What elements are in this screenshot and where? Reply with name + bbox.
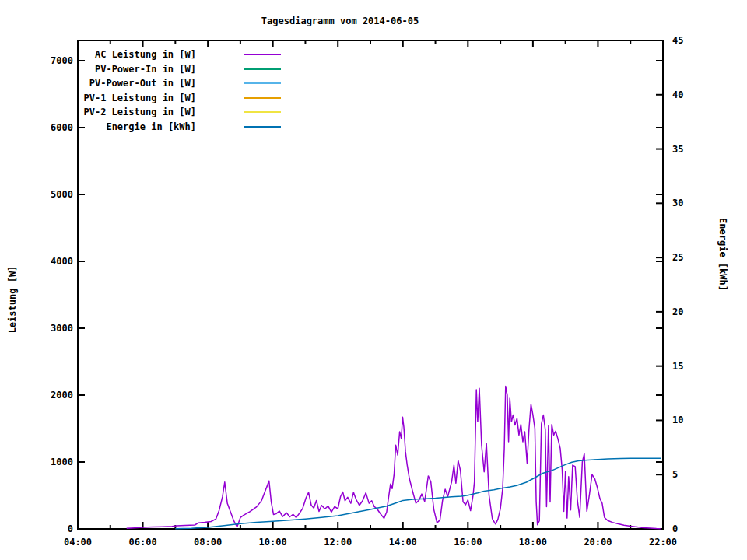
chart-title: Tagesdiagramm vom 2014-06-05 [261, 16, 419, 26]
legend-color-line [244, 68, 281, 70]
legend-color-line [244, 111, 281, 113]
y2-tick-label: 15 [672, 360, 710, 373]
legend-item-label: PV-Power-In in [W] [40, 63, 196, 75]
y2-axis-label: Energie [kWh] [717, 218, 728, 291]
legend-color-line [244, 126, 281, 128]
y-tick-label: 0 [26, 523, 73, 535]
y-tick-label: 2000 [26, 389, 73, 401]
y2-tick-label: 35 [672, 143, 710, 156]
chart-canvas: Tagesdiagramm vom 2014-06-05 Leistung [W… [0, 0, 747, 560]
y2-tick-label: 10 [672, 414, 710, 426]
x-tick-label: 04:00 [47, 536, 109, 548]
x-tick-label: 14:00 [372, 536, 434, 548]
y2-tick-label: 40 [672, 89, 710, 101]
x-tick-label: 20:00 [566, 536, 629, 548]
x-tick-label: 12:00 [307, 536, 369, 548]
x-tick-label: 18:00 [502, 536, 564, 548]
x-tick-label: 06:00 [112, 536, 174, 548]
series-line [127, 387, 661, 529]
y2-tick-label: 25 [672, 251, 710, 264]
x-tick-label: 08:00 [177, 536, 239, 548]
x-tick-label: 10:00 [242, 536, 304, 548]
y-tick-label: 5000 [26, 188, 73, 201]
y2-tick-label: 45 [672, 34, 710, 47]
x-tick-label: 16:00 [437, 536, 499, 548]
legend-item-label: PV-Power-Out in [W] [40, 77, 196, 89]
x-tick-label: 22:00 [632, 536, 694, 548]
y2-tick-label: 30 [672, 197, 710, 209]
legend-item-label: Energie in [kWh] [40, 121, 196, 133]
legend-item-label: PV-2 Leistung in [W] [40, 106, 196, 118]
legend-item-label: AC Leistung in [W] [40, 48, 196, 61]
legend-color-line [244, 82, 281, 84]
y2-tick-label: 20 [672, 306, 710, 318]
legend-item-label: PV-1 Leistung in [W] [40, 92, 196, 104]
legend-color-line [244, 54, 281, 55]
y-tick-label: 1000 [26, 456, 73, 468]
y-tick-label: 4000 [26, 255, 73, 268]
y2-tick-label: 0 [672, 523, 710, 535]
legend-color-line [244, 97, 281, 99]
y-axis-label: Leistung [W] [7, 266, 18, 334]
series-line [175, 458, 661, 528]
y-tick-label: 3000 [26, 322, 73, 334]
y2-tick-label: 5 [672, 468, 710, 481]
